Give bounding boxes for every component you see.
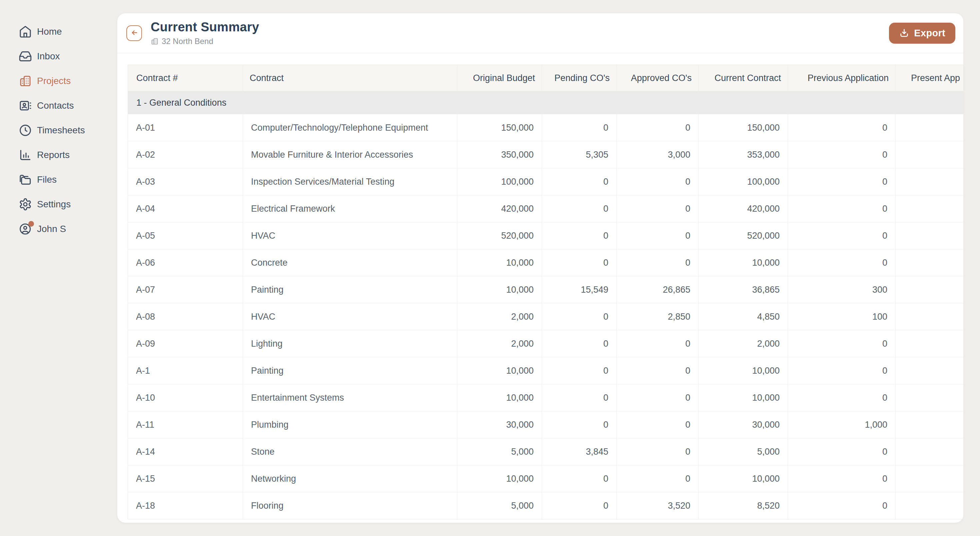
table-row[interactable]: A-18Flooring5,00003,5208,5200 <box>128 492 964 519</box>
cell-previous_application: 0 <box>788 142 896 169</box>
sidebar-item-inbox[interactable]: Inbox <box>0 44 117 69</box>
sidebar-item-home[interactable]: Home <box>0 19 117 44</box>
cell-present_app <box>896 276 964 303</box>
contracts-table: Contract #ContractOriginal BudgetPending… <box>128 65 963 519</box>
cell-previous_application: 0 <box>788 222 896 249</box>
cell-original_budget: 420,000 <box>457 195 542 222</box>
cell-contract_no: A-09 <box>128 330 243 357</box>
cell-original_budget: 30,000 <box>457 411 542 438</box>
column-header-contract: Contract # <box>128 65 243 91</box>
cell-pending_cos: 0 <box>542 249 617 276</box>
cell-contract: Entertainment Systems <box>243 384 457 411</box>
table-row[interactable]: A-08HVAC2,00002,8504,850100 <box>128 303 964 330</box>
cell-present_app <box>896 303 964 330</box>
table-header-row: Contract #ContractOriginal BudgetPending… <box>128 65 964 91</box>
cell-contract: Plumbing <box>243 411 457 438</box>
sidebar-item-timesheets[interactable]: Timesheets <box>0 118 117 143</box>
table-row[interactable]: A-09Lighting2,000002,0000 <box>128 330 964 357</box>
cell-approved_cos: 0 <box>617 222 698 249</box>
cell-present_app <box>896 222 964 249</box>
cell-current_contract: 150,000 <box>698 115 788 142</box>
cell-pending_cos: 0 <box>542 411 617 438</box>
cell-original_budget: 5,000 <box>457 438 542 465</box>
sidebar-item-contacts[interactable]: Contacts <box>0 93 117 118</box>
contacts-icon <box>19 99 32 112</box>
cell-approved_cos: 0 <box>617 357 698 384</box>
table-row[interactable]: A-15Networking10,0000010,0000 <box>128 465 964 492</box>
cell-contract: Stone <box>243 438 457 465</box>
cell-approved_cos: 0 <box>617 195 698 222</box>
cell-current_contract: 520,000 <box>698 222 788 249</box>
cell-pending_cos: 0 <box>542 384 617 411</box>
cell-approved_cos: 0 <box>617 115 698 142</box>
home-icon <box>19 25 32 38</box>
cell-contract_no: A-03 <box>128 169 243 195</box>
cell-approved_cos: 0 <box>617 169 698 195</box>
column-header-original-budget: Original Budget <box>457 65 542 91</box>
cell-pending_cos: 3,845 <box>542 438 617 465</box>
cell-present_app <box>896 357 964 384</box>
column-header-previous-application: Previous Application <box>788 65 896 91</box>
cell-contract_no: A-1 <box>128 357 243 384</box>
sidebar-item-reports[interactable]: Reports <box>0 143 117 167</box>
cell-contract: Electrical Framework <box>243 195 457 222</box>
cell-current_contract: 2,000 <box>698 330 788 357</box>
cell-current_contract: 10,000 <box>698 357 788 384</box>
sidebar-item-label: Files <box>37 174 57 185</box>
export-button[interactable]: Export <box>889 23 955 44</box>
table-row[interactable]: A-02Movable Furniture & Interior Accesso… <box>128 142 964 169</box>
cell-present_app <box>896 115 964 142</box>
cell-present_app <box>896 330 964 357</box>
sidebar-item-settings[interactable]: Settings <box>0 192 117 217</box>
cell-approved_cos: 0 <box>617 249 698 276</box>
cell-contract: Flooring <box>243 492 457 519</box>
sidebar-item-files[interactable]: Files <box>0 167 117 192</box>
page-title: Current Summary <box>151 20 259 34</box>
table-row[interactable]: A-03Inspection Services/Material Testing… <box>128 169 964 195</box>
sidebar-item-label: Projects <box>37 76 71 86</box>
cell-previous_application: 300 <box>788 276 896 303</box>
cell-approved_cos: 3,520 <box>617 492 698 519</box>
table-row[interactable]: A-1Painting10,0000010,0000 <box>128 357 964 384</box>
cell-contract_no: A-01 <box>128 115 243 142</box>
table-row[interactable]: A-06Concrete10,0000010,0000 <box>128 249 964 276</box>
cell-previous_application: 0 <box>788 384 896 411</box>
cell-approved_cos: 2,850 <box>617 303 698 330</box>
cell-contract_no: A-15 <box>128 465 243 492</box>
cell-current_contract: 10,000 <box>698 249 788 276</box>
buildings-icon <box>19 74 32 87</box>
cell-current_contract: 36,865 <box>698 276 788 303</box>
table-row[interactable]: A-01Computer/Technology/Telephone Equipm… <box>128 115 964 142</box>
sidebar-item-john-s[interactable]: John S <box>0 217 117 241</box>
section-row: 1 - General Conditions <box>128 91 964 115</box>
table-row[interactable]: A-07Painting10,00015,54926,86536,865300 <box>128 276 964 303</box>
cell-contract_no: A-02 <box>128 142 243 169</box>
table-row[interactable]: A-14Stone5,0003,84505,0000 <box>128 438 964 465</box>
sidebar-item-label: Settings <box>37 199 71 210</box>
column-header-present-app: Present App <box>896 65 964 91</box>
cell-present_app <box>896 438 964 465</box>
column-header-pending-co-s: Pending CO's <box>542 65 617 91</box>
table-row[interactable]: A-10Entertainment Systems10,0000010,0000 <box>128 384 964 411</box>
back-button[interactable] <box>126 25 142 41</box>
cell-current_contract: 10,000 <box>698 465 788 492</box>
folder-icon <box>19 173 32 186</box>
table-row[interactable]: A-05HVAC520,00000520,0000 <box>128 222 964 249</box>
cell-present_app <box>896 492 964 519</box>
cell-contract_no: A-04 <box>128 195 243 222</box>
cell-pending_cos: 0 <box>542 222 617 249</box>
cell-previous_application: 0 <box>788 169 896 195</box>
cell-contract: HVAC <box>243 303 457 330</box>
column-header-approved-co-s: Approved CO's <box>617 65 698 91</box>
sidebar-item-projects[interactable]: Projects <box>0 69 117 93</box>
page: HomeInboxProjectsContactsTimesheetsRepor… <box>0 0 980 536</box>
cell-contract: Networking <box>243 465 457 492</box>
cell-present_app <box>896 195 964 222</box>
sidebar-item-label: Reports <box>37 150 70 160</box>
table-row[interactable]: A-11Plumbing30,0000030,0001,000 <box>128 411 964 438</box>
project-name: 32 North Bend <box>162 37 213 46</box>
cell-contract_no: A-18 <box>128 492 243 519</box>
cell-previous_application: 0 <box>788 195 896 222</box>
table-row[interactable]: A-04Electrical Framework420,00000420,000… <box>128 195 964 222</box>
project-subtitle: 32 North Bend <box>151 37 259 46</box>
